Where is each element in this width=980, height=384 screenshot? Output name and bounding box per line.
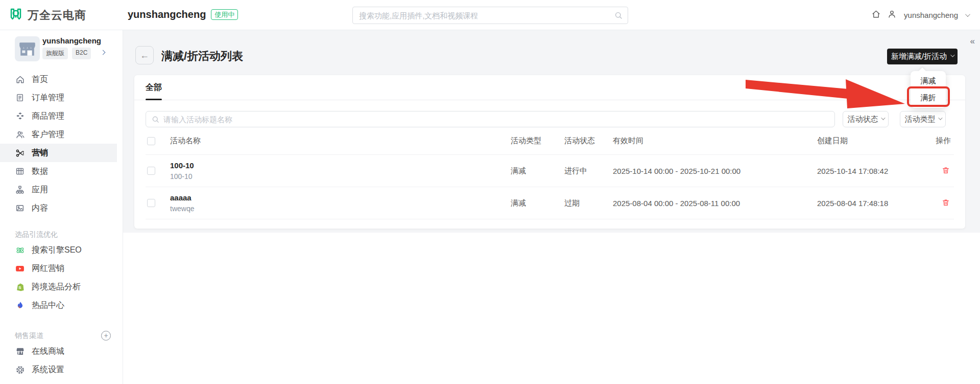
user-menu[interactable]: yunshangcheng xyxy=(904,11,958,19)
dropdown-item-manzhe[interactable]: 满折 xyxy=(911,89,946,106)
back-button[interactable]: ← xyxy=(135,46,154,64)
shop-name: yunshangcheng xyxy=(128,9,206,20)
sidebar-item-home[interactable]: 首页 xyxy=(0,70,123,88)
store-avatar xyxy=(15,36,40,61)
delete-button[interactable] xyxy=(941,197,951,209)
select-all-checkbox[interactable] xyxy=(147,137,155,145)
products-icon xyxy=(15,111,25,121)
svg-text:S: S xyxy=(18,285,21,290)
sidebar-item-sourcing[interactable]: S 跨境选品分析 xyxy=(0,278,123,296)
sidebar-item-label: 网红营销 xyxy=(32,263,64,274)
column-header: 活动类型 xyxy=(511,136,564,146)
main-content: ← 满减/折活动列表 « 全部 活动状态 活动类型 xyxy=(123,30,980,233)
sidebar-item-hot-products[interactable]: 热品中心 xyxy=(0,296,123,314)
sidebar-item-orders[interactable]: 订单管理 xyxy=(0,88,123,107)
activity-search-input[interactable] xyxy=(146,111,835,127)
top-header: 万全云电商 yunshangcheng 使用中 yunshangcheng xyxy=(0,0,980,30)
column-header: 创建日期 xyxy=(817,136,934,146)
activity-type: 满减 xyxy=(511,166,564,176)
filter-label: 活动类型 xyxy=(905,115,936,124)
created-date: 2025-10-14 17:08:42 xyxy=(817,167,934,175)
sidebar-item-label: 内容 xyxy=(32,203,48,214)
filter-activity-status[interactable]: 活动状态 xyxy=(843,111,889,127)
sidebar-item-label: 首页 xyxy=(32,74,48,85)
search-icon xyxy=(614,11,623,20)
collapse-panel-icon[interactable]: « xyxy=(970,36,974,47)
sidebar-item-label: 商品管理 xyxy=(32,111,64,122)
store-expand-chevron-icon[interactable] xyxy=(101,47,105,56)
activity-list-card: 全部 活动状态 活动类型 xyxy=(134,75,965,229)
sidebar-item-label: 系统设置 xyxy=(32,365,64,375)
sidebar-item-label: 跨境选品分析 xyxy=(32,282,81,292)
user-icon[interactable] xyxy=(887,9,897,21)
activity-status: 过期 xyxy=(564,198,613,208)
sidebar-item-influencer[interactable]: 网红营销 xyxy=(0,259,123,278)
user-menu-caret-icon[interactable] xyxy=(965,12,970,17)
storefront-icon xyxy=(15,346,25,356)
sidebar-item-online-store[interactable]: 在线商城 xyxy=(0,342,123,360)
column-header: 活动名称 xyxy=(170,136,511,146)
app-logo: 万全云电商 xyxy=(9,7,86,24)
delete-button[interactable] xyxy=(941,165,951,177)
new-activity-label: 新增满减/折活动 xyxy=(891,52,947,61)
home-icon[interactable] xyxy=(871,9,881,21)
sidebar-item-label: 数据 xyxy=(32,166,48,177)
valid-period: 2025-10-14 00:00 - 2025-10-21 00:00 xyxy=(613,167,817,175)
chevron-down-icon xyxy=(938,116,942,120)
sidebar-item-label: 营销 xyxy=(32,148,48,159)
trash-icon xyxy=(942,166,950,174)
store-type-badge: B2C xyxy=(72,48,91,59)
row-checkbox[interactable] xyxy=(147,199,155,207)
activity-type: 满减 xyxy=(511,198,564,208)
tab-label: 全部 xyxy=(146,82,162,93)
customers-icon xyxy=(15,129,25,140)
shopify-bag-icon: S xyxy=(15,282,25,292)
activity-name: aaaaa xyxy=(170,192,511,204)
sidebar-item-settings[interactable]: 系统设置 xyxy=(0,360,123,379)
sidebar-item-apps[interactable]: 应用 xyxy=(0,180,123,199)
filter-activity-type[interactable]: 活动类型 xyxy=(900,111,946,127)
sidebar-item-content[interactable]: 内容 xyxy=(0,199,123,217)
brand-name: 万全云电商 xyxy=(28,8,86,23)
sidebar-item-label: 在线商城 xyxy=(32,346,64,357)
chevron-down-icon xyxy=(950,53,954,57)
activity-subname[interactable]: twewqe xyxy=(170,204,511,214)
status-badge: 使用中 xyxy=(211,9,238,20)
table-row: aaaaa twewqe 满减 过期 2025-08-04 00:00 - 20… xyxy=(146,187,954,219)
chevron-down-icon xyxy=(881,116,885,120)
sidebar-item-label: 搜索引擎SEO xyxy=(32,245,82,256)
row-checkbox[interactable] xyxy=(147,167,155,175)
content-icon xyxy=(15,203,25,213)
column-header: 操作 xyxy=(934,136,954,146)
seo-atom-icon xyxy=(15,245,25,255)
store-plan-badge: 旗舰版 xyxy=(42,48,68,59)
new-activity-button[interactable]: 新增满减/折活动 xyxy=(887,49,958,64)
sidebar-item-seo[interactable]: 搜索引擎SEO xyxy=(0,241,123,259)
global-search-input[interactable] xyxy=(352,7,628,24)
add-channel-icon[interactable]: + xyxy=(101,331,111,341)
created-date: 2025-08-04 17:48:18 xyxy=(817,199,934,208)
activity-subname[interactable]: 100-10 xyxy=(170,171,511,182)
new-activity-dropdown: 满减 满折 xyxy=(911,71,946,108)
tab-all[interactable]: 全部 xyxy=(146,75,162,100)
store-name: yunshangcheng xyxy=(42,36,101,45)
section-title-channels: 销售渠道 + xyxy=(0,330,123,342)
sidebar-item-customers[interactable]: 客户管理 xyxy=(0,125,123,144)
apps-icon xyxy=(15,185,25,195)
sidebar-item-marketing[interactable]: 营销 xyxy=(0,144,117,162)
sidebar-item-data[interactable]: 数据 xyxy=(0,162,123,180)
dropdown-item-manjian[interactable]: 满减 xyxy=(911,73,946,89)
tab-active-indicator xyxy=(146,99,162,100)
gear-icon xyxy=(15,365,25,375)
column-header: 活动状态 xyxy=(564,136,613,146)
sidebar: yunshangcheng 旗舰版 B2C 首页 订单管理 商品管理 客户管理 xyxy=(0,30,123,384)
tabs-bar: 全部 xyxy=(134,75,965,100)
sidebar-item-label: 客户管理 xyxy=(32,129,64,140)
sidebar-menu: 首页 订单管理 商品管理 客户管理 营销 数据 xyxy=(0,70,123,379)
table-row: 100-10 100-10 满减 进行中 2025-10-14 00:00 - … xyxy=(146,155,954,187)
sidebar-item-products[interactable]: 商品管理 xyxy=(0,107,123,125)
order-icon xyxy=(15,93,25,103)
brand-icon xyxy=(9,7,23,24)
home-icon xyxy=(15,74,25,84)
trash-icon xyxy=(942,198,950,207)
